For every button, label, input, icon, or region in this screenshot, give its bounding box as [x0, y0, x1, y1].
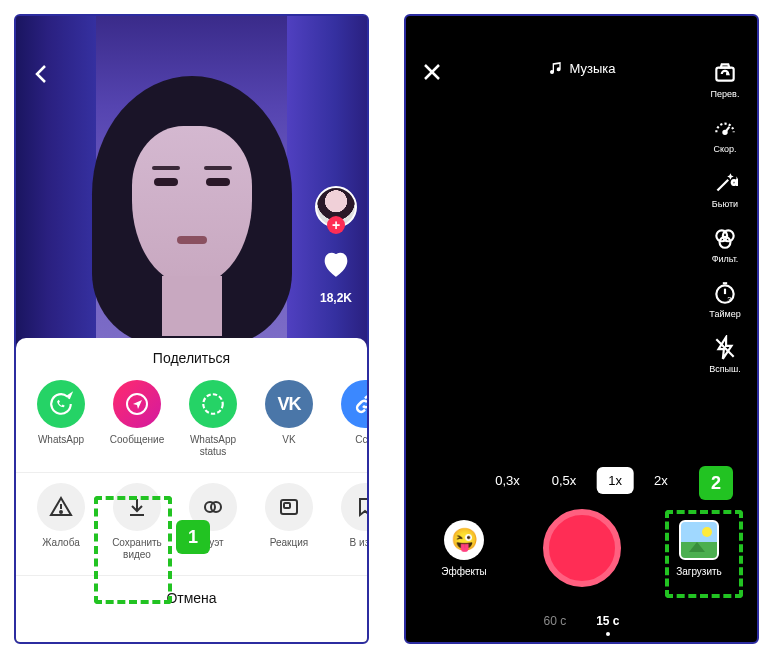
- cancel-button[interactable]: Отмена: [16, 575, 367, 620]
- magic-wand-icon: ON: [712, 170, 738, 196]
- share-sheet-title: Поделиться: [16, 350, 367, 366]
- flip-camera-icon: [712, 60, 738, 86]
- right-phone-camera-screen: Музыка Перев. Скор. ON Бьюти Фильт. 3 Та…: [404, 14, 759, 644]
- share-label: Сообщение: [110, 434, 164, 458]
- music-label: Музыка: [570, 61, 616, 76]
- zoom-selector: 0,3x 0,5x 1x 2x: [483, 467, 680, 494]
- duration-60s[interactable]: 60 с: [543, 614, 566, 628]
- whatsapp-icon: [37, 380, 85, 428]
- tool-flip[interactable]: Перев.: [701, 60, 749, 99]
- zoom-option-0.3x[interactable]: 0,3x: [483, 467, 532, 494]
- tool-label: Бьюти: [712, 199, 738, 209]
- share-vk[interactable]: VK VK: [258, 380, 320, 458]
- tool-label: Таймер: [709, 309, 740, 319]
- svg-text:ON: ON: [732, 179, 739, 186]
- reaction-icon: [265, 483, 313, 531]
- record-button[interactable]: [543, 509, 621, 587]
- action-save-video[interactable]: Сохранить видео: [106, 483, 168, 561]
- filters-icon: [712, 225, 738, 251]
- action-react[interactable]: Реакция: [258, 483, 320, 561]
- tool-filters[interactable]: Фильт.: [701, 225, 749, 264]
- share-label: WhatsApp: [38, 434, 84, 458]
- tool-beauty[interactable]: ON Бьюти: [701, 170, 749, 209]
- warning-triangle-icon: [37, 483, 85, 531]
- share-whatsapp-status[interactable]: WhatsApp status: [182, 380, 244, 458]
- share-row-social: WhatsApp Сообщение WhatsApp status VK VK: [16, 380, 367, 458]
- svg-rect-9: [284, 503, 290, 508]
- zoom-option-2x[interactable]: 2x: [642, 467, 680, 494]
- music-note-icon: [548, 60, 564, 76]
- camera-side-tools: Перев. Скор. ON Бьюти Фильт. 3 Таймер Вс…: [701, 60, 749, 374]
- effects-button[interactable]: 😜 Эффекты: [434, 520, 494, 577]
- tool-speed[interactable]: Скор.: [701, 115, 749, 154]
- share-message[interactable]: Сообщение: [106, 380, 168, 458]
- speedometer-icon: [712, 115, 738, 141]
- link-icon: [341, 380, 367, 428]
- tutorial-step-badge-2: 2: [699, 466, 733, 500]
- tool-flash[interactable]: Вспыш.: [701, 335, 749, 374]
- zoom-option-0.5x[interactable]: 0,5x: [540, 467, 589, 494]
- tool-label: Перев.: [711, 89, 740, 99]
- share-label: Реакция: [270, 537, 308, 561]
- follow-plus-icon[interactable]: +: [327, 216, 345, 234]
- share-label: Жалоба: [42, 537, 79, 561]
- gallery-thumbnail-icon: [679, 520, 719, 560]
- effects-emoji-icon: 😜: [444, 520, 484, 560]
- duration-selector: 60 с 15 с: [406, 614, 757, 628]
- share-label: Ссы: [355, 434, 367, 458]
- download-icon: [113, 483, 161, 531]
- share-label: Сохранить видео: [106, 537, 168, 561]
- like-count: 18,2K: [320, 291, 352, 305]
- svg-point-1: [203, 394, 223, 414]
- zoom-option-1x[interactable]: 1x: [596, 467, 634, 494]
- svg-point-19: [720, 237, 731, 248]
- bookmark-icon: [341, 483, 367, 531]
- share-link[interactable]: Ссы: [334, 380, 367, 458]
- whatsapp-status-icon: [189, 380, 237, 428]
- video-right-actions: + 18,2K: [315, 186, 357, 305]
- share-sheet: Поделиться WhatsApp Сообщение WhatsApp s…: [16, 338, 367, 642]
- author-avatar[interactable]: +: [315, 186, 357, 228]
- like-heart-icon[interactable]: [319, 247, 353, 281]
- left-phone-share-screen: + 18,2K Поделиться WhatsApp Сообщение: [14, 14, 369, 644]
- share-label: В избр: [350, 537, 367, 561]
- tutorial-step-badge-1: 1: [176, 520, 210, 554]
- duration-15s[interactable]: 15 с: [596, 614, 619, 628]
- action-favorite[interactable]: В избр: [334, 483, 367, 561]
- effects-label: Эффекты: [441, 566, 486, 577]
- upload-button[interactable]: Загрузить: [669, 520, 729, 577]
- action-report[interactable]: Жалоба: [30, 483, 92, 561]
- share-whatsapp[interactable]: WhatsApp: [30, 380, 92, 458]
- tool-label: Фильт.: [712, 254, 739, 264]
- share-label: WhatsApp status: [182, 434, 244, 458]
- svg-text:3: 3: [727, 295, 731, 304]
- tool-timer[interactable]: 3 Таймер: [701, 280, 749, 319]
- svg-point-3: [60, 511, 62, 513]
- person-face: [82, 76, 302, 356]
- record-controls: 😜 Эффекты Загрузить: [406, 509, 757, 587]
- svg-point-14: [723, 131, 726, 134]
- timer-icon: 3: [712, 280, 738, 306]
- sheet-divider: [16, 472, 367, 473]
- vk-icon: VK: [265, 380, 313, 428]
- flash-off-icon: [712, 335, 738, 361]
- back-chevron-icon[interactable]: [30, 62, 54, 86]
- svg-rect-12: [716, 68, 733, 81]
- tool-label: Скор.: [713, 144, 736, 154]
- svg-line-15: [717, 180, 728, 191]
- tool-label: Вспыш.: [709, 364, 741, 374]
- upload-label: Загрузить: [676, 566, 722, 577]
- share-label: VK: [282, 434, 295, 458]
- paper-plane-icon: [113, 380, 161, 428]
